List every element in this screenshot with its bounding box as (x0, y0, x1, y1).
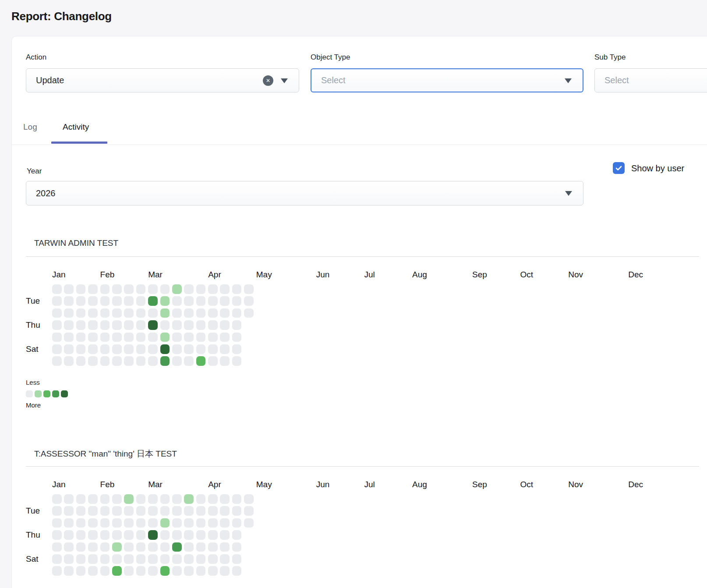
heatmap-cell (172, 518, 182, 528)
heatmap-cell (184, 284, 194, 294)
heatmap-cell (244, 494, 254, 504)
chevron-down-icon (281, 78, 288, 83)
heatmap-week-row (52, 542, 254, 552)
heatmap-cell (52, 344, 62, 354)
heatmap-cell (148, 518, 158, 528)
heatmap-cell (88, 554, 98, 564)
month-label: Nov (568, 480, 583, 489)
heatmap-cell (208, 308, 218, 318)
heatmap-cell (76, 320, 86, 330)
heatmap-cell (112, 554, 122, 564)
heatmap-cell (100, 344, 110, 354)
day-gutter: TueThuSat (26, 284, 52, 368)
heatmap-cell (208, 320, 218, 330)
month-label: Oct (520, 270, 534, 280)
heatmap-cell (232, 566, 242, 576)
heatmap-cell (148, 356, 158, 366)
heatmap-cell (76, 530, 86, 540)
heatmap-cell (64, 518, 74, 528)
heatmap-cell (220, 296, 230, 306)
heatmap-cell (136, 320, 146, 330)
heatmap-cell (184, 506, 194, 516)
heatmap-cell (88, 506, 98, 516)
heatmap-cell (184, 566, 194, 576)
heatmap-cell (184, 554, 194, 564)
heatmap-cell (232, 333, 242, 342)
year-select[interactable]: 2026 (26, 181, 583, 205)
heatmap-week-row (52, 494, 254, 504)
heatmap-cell (124, 320, 134, 330)
heatmap-cell (124, 296, 134, 306)
heatmap-cell (160, 356, 170, 366)
heatmap-cell (148, 542, 158, 552)
object-type-select[interactable]: Select (311, 68, 583, 92)
heatmap-cell (160, 554, 170, 564)
heatmap-week-row (52, 308, 254, 318)
month-label: Aug (412, 480, 427, 489)
heatmap-cell (124, 566, 134, 576)
heatmap-cell (88, 530, 98, 540)
heatmap-cell (100, 530, 110, 540)
heatmap-cell (196, 333, 206, 342)
page-title: Report: Changelog (11, 10, 112, 23)
heatmap-cell (136, 344, 146, 354)
report-card: Action Update ✕ Object Type Select Sub T… (11, 36, 707, 588)
heatmap-cell (148, 308, 158, 318)
section-divider (26, 256, 699, 257)
show-by-user-checkbox[interactable] (613, 162, 625, 174)
heatmap-cell (232, 320, 242, 330)
action-value: Update (36, 75, 64, 85)
heatmap-cell (160, 530, 170, 540)
heatmap-legend: Less More (26, 379, 699, 409)
legend-swatch (52, 390, 59, 397)
sub-type-select[interactable]: Select (594, 68, 707, 92)
heatmap-cell (208, 506, 218, 516)
heatmap-cell (196, 296, 206, 306)
heatmap-cell (88, 284, 98, 294)
heatmap-cell (100, 494, 110, 504)
heatmap-cell (172, 542, 182, 552)
heatmap-cell (76, 566, 86, 576)
heatmap-cell (112, 333, 122, 342)
heatmap-cell (76, 518, 86, 528)
heatmap-cell (196, 542, 206, 552)
heatmap-cell (220, 554, 230, 564)
clear-icon[interactable]: ✕ (263, 75, 273, 86)
tab-log[interactable]: Log (23, 122, 37, 132)
heatmap-cell (124, 494, 134, 504)
heatmap-week-row (52, 506, 254, 516)
heatmap-cell (76, 296, 86, 306)
heatmap-cell (172, 506, 182, 516)
tab-activity[interactable]: Activity (63, 122, 89, 132)
heatmap-cell (52, 308, 62, 318)
heatmap-cell (52, 284, 62, 294)
day-label: Thu (26, 530, 40, 540)
heatmap-cell (112, 494, 122, 504)
heatmap-cell (184, 333, 194, 342)
heatmap-cell (136, 542, 146, 552)
month-label: Mar (148, 480, 163, 489)
heatmap-cell (88, 308, 98, 318)
heatmap-cell (100, 542, 110, 552)
legend-less-label: Less (26, 379, 699, 386)
month-row: JanFebMarAprMayJunJulAugSepOctNovDec (26, 270, 699, 280)
action-select[interactable]: Update ✕ (26, 68, 299, 92)
heatmap-cell (100, 296, 110, 306)
heatmap-cell (208, 566, 218, 576)
heatmap-cell (196, 308, 206, 318)
heatmap-cell (160, 518, 170, 528)
month-label: Apr (208, 270, 221, 280)
month-label: Nov (568, 270, 583, 280)
heatmap-cell (148, 333, 158, 342)
heatmap-cell (52, 542, 62, 552)
legend-more-label: More (26, 401, 699, 409)
heatmap-cell (184, 320, 194, 330)
heatmap-cell (136, 506, 146, 516)
heatmap-cell (136, 494, 146, 504)
heatmap-cell (172, 356, 182, 366)
heatmap-cell (88, 344, 98, 354)
heatmap-cell (136, 296, 146, 306)
heatmap-cell (184, 308, 194, 318)
heatmap-cell (208, 333, 218, 342)
heatmap-cell (208, 542, 218, 552)
